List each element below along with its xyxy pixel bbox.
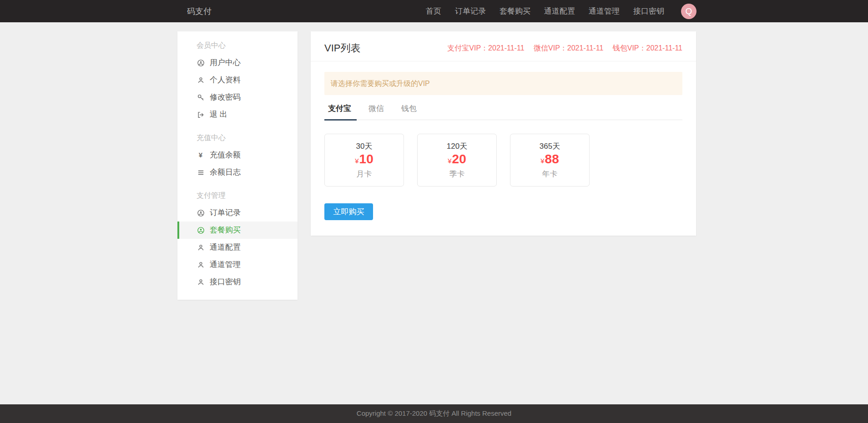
sidebar-item-package-purchase[interactable]: 套餐购买 [177,222,298,239]
wechat-vip-date: 微信VIP：2021-11-11 [534,44,603,52]
payment-tabs: 支付宝 微信 钱包 [324,104,682,120]
sidebar-section-member-center: 会员中心 用户中心 个人资料 修改密码 退 出 [177,37,298,123]
tab-wechat[interactable]: 微信 [365,104,389,120]
sidebar-item-label: 通道配置 [210,243,241,252]
main-header: VIP列表 支付宝VIP：2021-11-11 微信VIP：2021-11-11… [311,31,696,61]
plan-label: 季卡 [449,170,465,179]
sidebar-section-title: 会员中心 [177,37,298,54]
sidebar-section-recharge-center: 充值中心 ¥ 充值余额 余额日志 [177,129,298,181]
user-circle-icon [197,226,205,234]
page-footer: Copyright © 2017-2020 码支付 All Rights Res… [0,404,868,423]
sidebar-item-user-center[interactable]: 用户中心 [177,54,298,71]
plan-card-yearly[interactable]: 365天 ¥88 年卡 [510,134,590,186]
sidebar-item-profile[interactable]: 个人资料 [177,71,298,89]
nav-item-order-records[interactable]: 订单记录 [448,0,493,22]
top-navbar: 码支付 首页 订单记录 套餐购买 通道配置 通道管理 接口密钥 Q [0,0,868,22]
page-title: VIP列表 [324,43,360,54]
currency-symbol: ¥ [448,157,451,165]
sidebar-section-payment-manage: 支付管理 订单记录 套餐购买 通道配置 通道管理 接口密钥 [177,187,298,291]
currency-symbol: ¥ [355,157,358,165]
sidebar-item-channel-config[interactable]: 通道配置 [177,239,298,256]
sidebar-item-change-password[interactable]: 修改密码 [177,89,298,106]
user-circle-icon [197,209,205,217]
user-icon [197,243,205,252]
plan-price: ¥20 [448,152,466,168]
sidebar-item-label: 个人资料 [210,76,241,85]
user-icon [197,76,205,84]
sidebar: 会员中心 用户中心 个人资料 修改密码 退 出 充值中心 ¥ 充值余额 余额日志 [177,31,298,300]
user-icon [197,261,205,269]
sidebar-item-label: 余额日志 [210,168,241,177]
vip-select-alert: 请选择你需要购买或升级的VIP [324,72,682,95]
list-icon [197,168,205,176]
sidebar-item-balance-log[interactable]: 余额日志 [177,164,298,181]
plan-price: ¥88 [540,152,559,168]
nav-item-package-purchase[interactable]: 套餐购买 [493,0,537,22]
vip-plan-list: 30天 ¥10 月卡 120天 ¥20 季卡 365天 ¥88 年卡 [324,134,682,186]
plan-card-monthly[interactable]: 30天 ¥10 月卡 [324,134,404,186]
nav-item-api-key[interactable]: 接口密钥 [626,0,671,22]
main-panel: VIP列表 支付宝VIP：2021-11-11 微信VIP：2021-11-11… [311,31,696,236]
sidebar-item-recharge-balance[interactable]: ¥ 充值余额 [177,146,298,164]
sign-out-icon [197,111,205,119]
wallet-vip-date: 钱包VIP：2021-11-11 [613,44,682,52]
plan-price: ¥10 [355,152,373,168]
sidebar-item-label: 套餐购买 [210,226,241,235]
user-icon [197,278,205,286]
nav-item-channel-manage[interactable]: 通道管理 [582,0,626,22]
plan-days: 120天 [447,142,467,151]
sidebar-section-title: 支付管理 [177,187,298,204]
tab-alipay[interactable]: 支付宝 [324,104,357,120]
sidebar-section-title: 充值中心 [177,129,298,146]
plan-label: 月卡 [357,170,372,179]
user-circle-icon [197,59,205,67]
key-icon [197,93,205,101]
yen-icon: ¥ [197,151,205,159]
plan-card-quarterly[interactable]: 120天 ¥20 季卡 [417,134,497,186]
avatar[interactable]: Q [681,4,696,19]
brand-title[interactable]: 码支付 [187,6,212,17]
vip-status-dates: 支付宝VIP：2021-11-11 微信VIP：2021-11-11 钱包VIP… [447,44,682,53]
sidebar-item-label: 退 出 [210,110,227,119]
sidebar-item-api-key[interactable]: 接口密钥 [177,273,298,291]
sidebar-item-label: 订单记录 [210,208,241,217]
sidebar-item-logout[interactable]: 退 出 [177,106,298,123]
copyright-text: Copyright © 2017-2020 码支付 All Rights Res… [357,409,511,418]
price-amount: 88 [545,152,559,166]
plan-days: 30天 [356,142,373,151]
nav-item-channel-config[interactable]: 通道配置 [537,0,582,22]
buy-now-button[interactable]: 立即购买 [324,203,373,220]
sidebar-item-label: 用户中心 [210,58,241,67]
sidebar-item-order-records[interactable]: 订单记录 [177,204,298,222]
currency-symbol: ¥ [540,157,544,165]
price-amount: 10 [359,152,373,166]
sidebar-item-label: 充值余额 [210,151,241,160]
sidebar-item-label: 接口密钥 [210,277,241,287]
plan-days: 365天 [540,142,560,151]
tab-wallet[interactable]: 钱包 [398,104,422,120]
plan-label: 年卡 [542,170,558,179]
sidebar-item-label: 通道管理 [210,260,241,269]
nav-item-home[interactable]: 首页 [419,0,448,22]
alipay-vip-date: 支付宝VIP：2021-11-11 [447,44,524,52]
sidebar-item-channel-manage[interactable]: 通道管理 [177,256,298,273]
price-amount: 20 [452,152,466,166]
sidebar-item-label: 修改密码 [210,93,241,102]
